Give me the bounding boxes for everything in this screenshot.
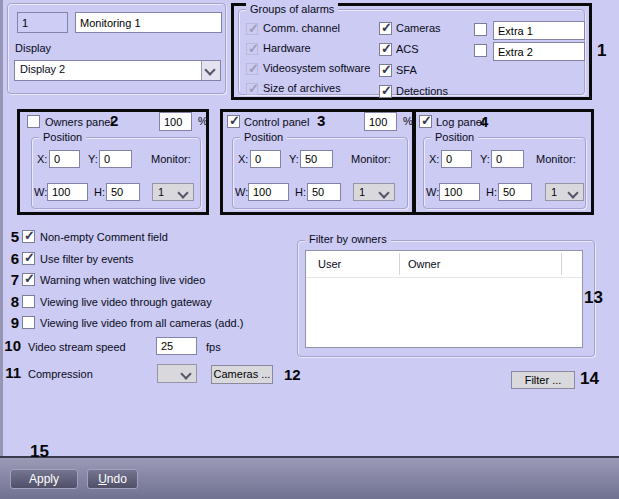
owners-x-label: X: xyxy=(37,153,47,165)
control-monitor-label: Monitor: xyxy=(351,153,391,165)
annotation-number-4: 4 xyxy=(480,113,488,130)
control-h-field[interactable] xyxy=(307,183,341,201)
control-y-field[interactable] xyxy=(300,150,333,168)
chevron-down-icon xyxy=(177,187,188,198)
viewing-through-gateway-label: Viewing live video through gateway xyxy=(40,296,212,308)
viewing-through-gateway-checkbox[interactable] xyxy=(22,295,35,308)
control-x-field[interactable] xyxy=(250,150,281,168)
control-w-label: W: xyxy=(235,186,248,198)
cameras-label: Cameras xyxy=(396,22,441,34)
annotation-number-7: 7 xyxy=(2,271,19,288)
undo-rest: ndo xyxy=(107,472,127,486)
owners-h-label: H: xyxy=(94,186,105,198)
owners-list[interactable]: User Owner xyxy=(305,250,583,348)
owners-y-label: Y: xyxy=(88,153,98,165)
sfa-label: SFA xyxy=(396,64,417,76)
size-of-archives-checkbox[interactable] xyxy=(246,83,258,95)
log-monitor-select[interactable]: 1 xyxy=(545,183,584,201)
non-empty-comment-label: Non-empty Comment field xyxy=(40,231,168,243)
extra1-field[interactable] xyxy=(493,21,585,40)
column-separator[interactable] xyxy=(399,253,400,275)
annotation-number-5: 5 xyxy=(2,228,19,245)
monitoring-settings-panel: Display Display 2 Groups of alarms Comm.… xyxy=(0,0,619,499)
extra2-checkbox[interactable] xyxy=(474,44,487,57)
log-w-label: W: xyxy=(426,186,439,198)
control-percent-field[interactable] xyxy=(364,112,397,131)
video-stream-speed-label: Video stream speed xyxy=(28,341,126,353)
control-w-field[interactable] xyxy=(248,183,289,201)
annotation-number-10: 10 xyxy=(0,337,21,354)
comm-channel-checkbox[interactable] xyxy=(246,23,258,35)
owners-monitor-value: 1 xyxy=(158,186,164,198)
owners-y-field[interactable] xyxy=(99,150,132,168)
non-empty-comment-checkbox[interactable] xyxy=(22,230,35,243)
control-percent-unit: % xyxy=(403,115,413,127)
annotation-number-6: 6 xyxy=(2,250,19,267)
owners-panel-checkbox[interactable] xyxy=(27,115,40,128)
undo-button[interactable]: Undo xyxy=(87,469,138,489)
cameras-button[interactable]: Cameras ... xyxy=(211,365,273,384)
hardware-label: Hardware xyxy=(263,42,311,54)
owners-h-field[interactable] xyxy=(106,183,140,201)
compression-label: Compression xyxy=(28,368,93,380)
undo-accelerator: U xyxy=(98,472,107,486)
annotation-number-2: 2 xyxy=(110,112,118,129)
annotation-number-14: 14 xyxy=(580,369,599,389)
videosystem-software-checkbox[interactable] xyxy=(246,63,258,75)
annotation-number-8: 8 xyxy=(2,293,19,310)
annotation-number-15: 15 xyxy=(30,442,49,462)
display-select[interactable]: Display 2 xyxy=(14,60,221,81)
owners-position-title: Position xyxy=(39,131,86,144)
owners-list-header-user[interactable]: User xyxy=(318,258,341,270)
monitor-id-field[interactable] xyxy=(17,12,68,33)
annotation-number-13: 13 xyxy=(584,288,603,308)
detections-checkbox[interactable] xyxy=(379,85,392,98)
viewing-all-cameras-checkbox[interactable] xyxy=(22,316,35,329)
sfa-checkbox[interactable] xyxy=(379,64,392,77)
log-h-field[interactable] xyxy=(498,183,532,201)
detections-label: Detections xyxy=(396,85,448,97)
owners-w-label: W: xyxy=(34,186,47,198)
chevron-down-icon xyxy=(378,187,389,198)
filter-button[interactable]: Filter ... xyxy=(511,371,575,389)
cameras-checkbox[interactable] xyxy=(379,22,392,35)
owners-panel-label: Owners panel xyxy=(45,116,113,128)
control-panel-checkbox[interactable] xyxy=(227,115,240,128)
extra1-checkbox[interactable] xyxy=(474,23,487,36)
log-panel-checkbox[interactable] xyxy=(419,115,432,128)
log-w-field[interactable] xyxy=(439,183,480,201)
control-h-label: H: xyxy=(295,186,306,198)
acs-checkbox[interactable] xyxy=(379,43,392,56)
column-separator[interactable] xyxy=(561,253,562,275)
owners-monitor-select[interactable]: 1 xyxy=(152,183,194,201)
owners-percent-field[interactable] xyxy=(159,112,192,131)
warning-live-video-label: Warning when watching live video xyxy=(40,274,205,286)
chevron-down-icon xyxy=(180,368,191,379)
annotation-number-9: 9 xyxy=(2,314,19,331)
video-stream-speed-field[interactable] xyxy=(156,337,197,355)
annotation-number-1: 1 xyxy=(597,41,606,61)
control-x-label: X: xyxy=(238,153,248,165)
annotation-number-11: 11 xyxy=(0,364,21,381)
log-x-label: X: xyxy=(429,153,439,165)
display-label: Display xyxy=(15,42,51,54)
hardware-checkbox[interactable] xyxy=(246,43,258,55)
use-filter-by-events-checkbox[interactable] xyxy=(22,252,35,265)
size-of-archives-label: Size of archives xyxy=(263,82,341,94)
compression-select[interactable] xyxy=(157,364,197,383)
extra2-field[interactable] xyxy=(493,42,585,61)
monitor-name-field[interactable] xyxy=(75,12,222,33)
log-x-field[interactable] xyxy=(441,150,472,168)
control-monitor-select[interactable]: 1 xyxy=(353,183,395,201)
owners-w-field[interactable] xyxy=(47,183,88,201)
log-y-field[interactable] xyxy=(491,150,524,168)
warning-live-video-checkbox[interactable] xyxy=(22,273,35,286)
owners-list-header-owner[interactable]: Owner xyxy=(408,258,440,270)
log-monitor-value: 1 xyxy=(551,186,557,198)
owners-x-field[interactable] xyxy=(49,150,80,168)
acs-label: ACS xyxy=(396,43,419,55)
apply-button[interactable]: Apply xyxy=(10,469,78,489)
filter-by-owners-title: Filter by owners xyxy=(305,233,391,246)
log-monitor-label: Monitor: xyxy=(536,153,576,165)
comm-channel-label: Comm. channel xyxy=(263,22,340,34)
